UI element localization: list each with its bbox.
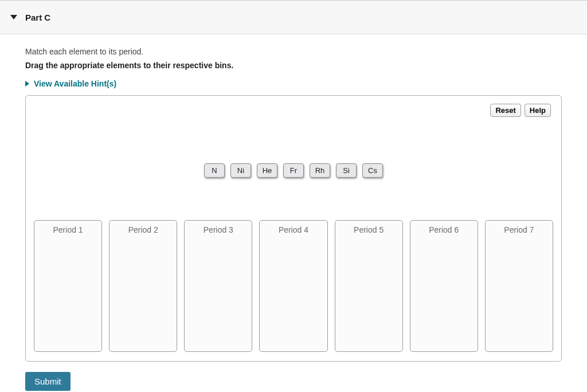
part-header[interactable]: Part C — [0, 0, 587, 34]
prompt-text: Match each element to its period. — [25, 47, 562, 56]
view-hints-label: View Available Hint(s) — [34, 79, 116, 88]
content-area: Match each element to its period. Drag t… — [0, 34, 587, 391]
period-bin[interactable]: Period 6 — [410, 220, 478, 352]
element-tile[interactable]: Si — [336, 163, 357, 178]
submit-row: Submit — [25, 372, 562, 391]
element-tile[interactable]: Cs — [362, 163, 383, 178]
bin-label: Period 4 — [265, 225, 321, 234]
element-tile[interactable]: Rh — [310, 163, 330, 178]
bin-label: Period 2 — [115, 225, 171, 234]
caret-right-icon — [25, 81, 29, 87]
element-tiles-row: N Ni He Fr Rh Si Cs — [204, 163, 383, 178]
period-bin[interactable]: Period 5 — [335, 220, 403, 352]
submit-button[interactable]: Submit — [25, 372, 71, 391]
period-bin[interactable]: Period 7 — [485, 220, 553, 352]
period-bin[interactable]: Period 3 — [184, 220, 252, 352]
part-title: Part C — [25, 13, 50, 22]
workspace-toolbar: Reset Help — [490, 104, 551, 117]
period-bins-row: Period 1 Period 2 Period 3 Period 4 Peri… — [34, 220, 553, 352]
help-button[interactable]: Help — [525, 104, 551, 117]
element-tile[interactable]: Ni — [230, 163, 251, 178]
reset-button[interactable]: Reset — [490, 104, 521, 117]
caret-down-icon — [10, 15, 17, 19]
period-bin[interactable]: Period 1 — [34, 220, 102, 352]
drag-drop-workspace: Reset Help N Ni He Fr Rh Si Cs Period 1 … — [25, 95, 562, 362]
element-tile[interactable]: He — [257, 163, 277, 178]
period-bin[interactable]: Period 4 — [259, 220, 327, 352]
bin-label: Period 5 — [341, 225, 397, 234]
period-bin[interactable]: Period 2 — [109, 220, 177, 352]
bin-label: Period 6 — [416, 225, 472, 234]
instructions-text: Drag the appropriate elements to their r… — [25, 61, 562, 70]
bin-label: Period 7 — [491, 225, 547, 234]
bin-label: Period 3 — [190, 225, 246, 234]
bin-label: Period 1 — [40, 225, 96, 234]
element-tile[interactable]: N — [204, 163, 225, 178]
element-tile[interactable]: Fr — [283, 163, 304, 178]
view-hints-toggle[interactable]: View Available Hint(s) — [25, 79, 562, 88]
